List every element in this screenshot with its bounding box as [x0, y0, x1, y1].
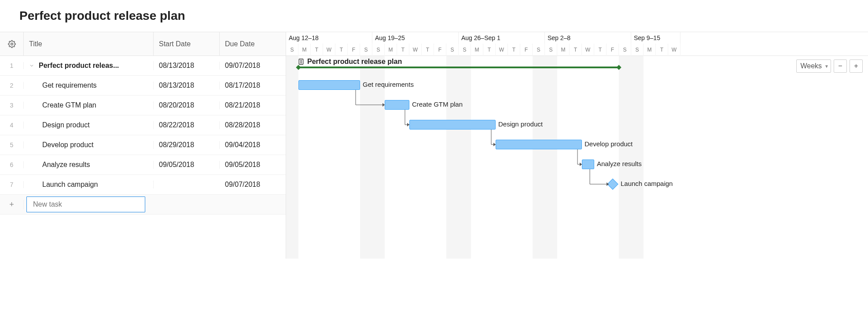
chevron-down-icon[interactable] — [27, 61, 36, 70]
timeline-day-label: S — [446, 44, 459, 56]
timeline-week-label: Sep 9–15 — [631, 32, 680, 44]
scale-selector[interactable]: Weeks ▼ — [796, 59, 831, 73]
weekend-shade — [286, 56, 298, 259]
row-title-cell[interactable]: Analyze results — [24, 161, 154, 169]
timeline-week-label: Aug 26–Sep 1 — [459, 32, 545, 44]
weekend-shade — [631, 56, 644, 259]
chevron-down-icon: ▼ — [824, 64, 829, 69]
task-bar[interactable] — [385, 100, 409, 110]
bar-label: Get requirements — [363, 81, 414, 88]
due-date-cell[interactable]: 09/05/2018 — [220, 161, 286, 169]
table-row[interactable]: 3Create GTM plan08/20/201808/21/2018 — [0, 96, 286, 115]
task-bar[interactable] — [582, 159, 594, 169]
table-row[interactable]: 1Perfect product releas...08/13/201809/0… — [0, 56, 286, 76]
timeline-day-label: F — [348, 44, 360, 56]
timeline-day-label: W — [323, 44, 335, 56]
task-title: Launch campaign — [42, 181, 98, 189]
timeline-day-label: W — [582, 44, 594, 56]
start-date-cell[interactable]: 08/22/2018 — [154, 121, 220, 129]
summary-bar-label: Perfect product release plan — [307, 58, 402, 66]
add-task-button[interactable]: + — [0, 200, 24, 209]
timeline-day-label: T — [508, 44, 520, 56]
timeline-day-label: T — [570, 44, 582, 56]
timeline-day-label: F — [434, 44, 446, 56]
gantt-container: Title Start Date Due Date 1Perfect produ… — [0, 32, 868, 259]
timeline-day-label: W — [668, 44, 680, 56]
table-row[interactable]: 5Develop product08/29/201809/04/2018 — [0, 135, 286, 155]
zoom-out-button[interactable]: − — [834, 59, 847, 73]
row-index: 2 — [0, 82, 24, 89]
timeline-header: Aug 12–18Aug 19–25Aug 26–Sep 1Sep 2–8Sep… — [286, 32, 868, 56]
due-date-cell[interactable]: 09/07/2018 — [220, 62, 286, 70]
bar-label: Design product — [498, 120, 543, 128]
weekend-shade — [459, 56, 471, 259]
timeline-day-label: T — [594, 44, 607, 56]
timeline-week-label: Sep 2–8 — [545, 32, 631, 44]
timeline-day-label: T — [422, 44, 434, 56]
timeline-day-label: T — [311, 44, 323, 56]
timeline-day-label: S — [286, 44, 298, 56]
bar-label: Launch campaign — [621, 180, 673, 187]
timeline: Aug 12–18Aug 19–25Aug 26–Sep 1Sep 2–8Sep… — [286, 32, 868, 259]
table-header: Title Start Date Due Date — [0, 32, 286, 56]
zoom-in-button[interactable]: + — [850, 59, 863, 73]
bar-label: Develop product — [585, 140, 633, 148]
row-index: 1 — [0, 62, 24, 69]
task-bar[interactable] — [298, 80, 360, 90]
row-title-cell[interactable]: Perfect product releas... — [24, 61, 154, 70]
weekend-shade — [545, 56, 557, 259]
timeline-day-label: S — [631, 44, 644, 56]
column-header-title[interactable]: Title — [24, 32, 154, 56]
due-date-cell[interactable]: 09/07/2018 — [220, 181, 286, 189]
due-date-cell[interactable]: 09/04/2018 — [220, 141, 286, 149]
table-row[interactable]: 2Get requirements08/13/201808/17/2018 — [0, 76, 286, 96]
timeline-week-label: Aug 12–18 — [286, 32, 372, 44]
table-row[interactable]: 4Design product08/22/201808/28/2018 — [0, 115, 286, 135]
timeline-day-label: S — [533, 44, 545, 56]
row-index: 4 — [0, 122, 24, 129]
start-date-cell[interactable]: 08/29/2018 — [154, 141, 220, 149]
timeline-day-label: F — [607, 44, 619, 56]
row-title-cell[interactable]: Get requirements — [24, 82, 154, 89]
start-date-cell[interactable]: 08/13/2018 — [154, 82, 220, 89]
timeline-day-label: F — [520, 44, 533, 56]
task-bar[interactable] — [496, 140, 582, 149]
new-task-input[interactable] — [26, 196, 145, 212]
row-index: 5 — [0, 141, 24, 148]
table-row[interactable]: 6Analyze results09/05/201809/05/2018 — [0, 155, 286, 175]
timeline-day-label: T — [397, 44, 409, 56]
milestone-marker[interactable] — [607, 178, 618, 189]
timeline-day-label: M — [557, 44, 570, 56]
start-date-cell[interactable]: 09/05/2018 — [154, 161, 220, 169]
scale-label: Weeks — [800, 62, 822, 70]
due-date-cell[interactable]: 08/21/2018 — [220, 101, 286, 109]
task-bar[interactable] — [409, 120, 496, 130]
due-date-cell[interactable]: 08/17/2018 — [220, 82, 286, 89]
svg-point-0 — [11, 43, 13, 45]
weekend-shade — [619, 56, 631, 259]
column-header-start[interactable]: Start Date — [154, 32, 220, 56]
row-title-cell[interactable]: Create GTM plan — [24, 101, 154, 109]
row-title-cell[interactable]: Develop product — [24, 141, 154, 149]
row-title-cell[interactable]: Launch campaign — [24, 181, 154, 189]
task-table: Title Start Date Due Date 1Perfect produ… — [0, 32, 286, 259]
timeline-body[interactable]: Perfect product release planGet requirem… — [286, 56, 868, 259]
column-header-due[interactable]: Due Date — [220, 32, 286, 56]
table-row[interactable]: 7Launch campaign09/07/2018 — [0, 175, 286, 195]
page-title: Perfect product release plan — [19, 9, 868, 23]
timeline-day-label: M — [471, 44, 483, 56]
timeline-week-label: Aug 19–25 — [372, 32, 459, 44]
timeline-day-label: M — [644, 44, 656, 56]
row-index: 3 — [0, 102, 24, 109]
task-title: Analyze results — [42, 161, 90, 169]
row-title-cell[interactable]: Design product — [24, 121, 154, 129]
task-title: Perfect product releas... — [39, 62, 119, 70]
timeline-day-label: W — [496, 44, 508, 56]
timeline-day-label: T — [656, 44, 668, 56]
timeline-day-label: T — [483, 44, 496, 56]
settings-button[interactable] — [0, 32, 24, 56]
start-date-cell[interactable]: 08/20/2018 — [154, 101, 220, 109]
start-date-cell[interactable]: 08/13/2018 — [154, 62, 220, 70]
summary-bar[interactable] — [298, 67, 619, 68]
due-date-cell[interactable]: 08/28/2018 — [220, 121, 286, 129]
